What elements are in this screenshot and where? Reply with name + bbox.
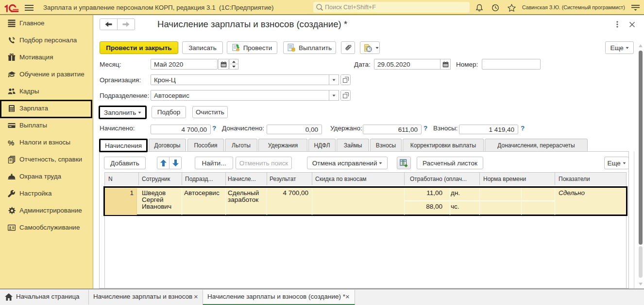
svg-text:%: % <box>8 139 14 146</box>
